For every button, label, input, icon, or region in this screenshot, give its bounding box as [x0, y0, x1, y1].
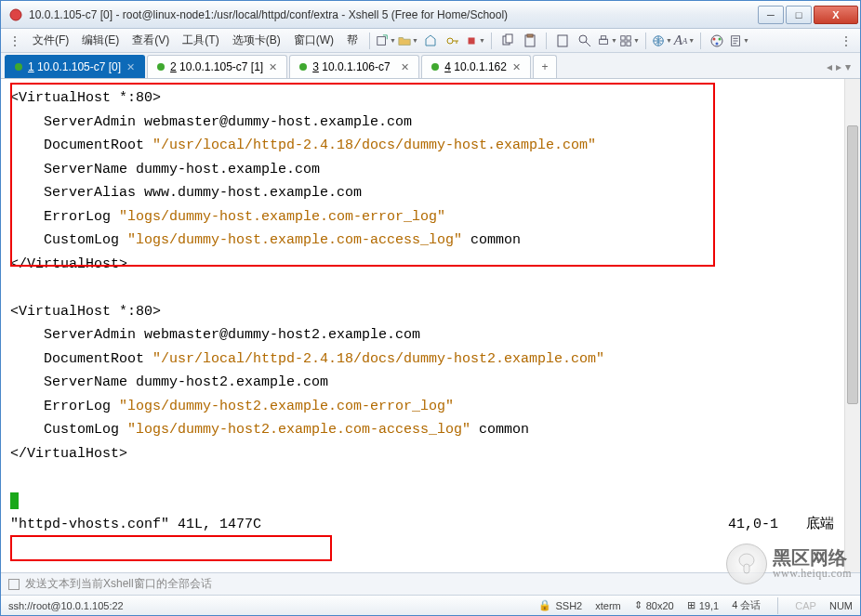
status-num: NUM — [829, 600, 853, 611]
app-icon — [8, 7, 23, 22]
tab-prev-icon[interactable]: ◂ — [827, 60, 832, 73]
tab-close-icon[interactable]: ✕ — [401, 61, 409, 73]
copy-icon[interactable] — [497, 31, 518, 51]
status-cursor-pos: ⊞ 19,1 — [687, 599, 719, 611]
menu-help[interactable]: 帮 — [341, 30, 364, 51]
tab-label: 2 10.0.1.105-c7 [1] — [170, 60, 263, 73]
tab-close-icon[interactable]: ✕ — [512, 61, 521, 73]
status-termtype: xterm — [595, 600, 621, 611]
new-tab-button[interactable]: + — [533, 55, 557, 78]
terminal[interactable]: <VirtualHost *:80> ServerAdmin webmaster… — [1, 79, 860, 572]
disconnect-icon[interactable]: ▼ — [465, 31, 485, 51]
scrollbar[interactable] — [844, 79, 860, 572]
menu-window[interactable]: 窗口(W) — [288, 30, 339, 51]
status-dot-icon — [299, 63, 307, 71]
broadcast-label: 发送文本到当前Xshell窗口的全部会话 — [25, 576, 212, 592]
status-dot-icon — [157, 63, 165, 71]
svg-rect-7 — [527, 34, 533, 37]
properties-icon[interactable] — [552, 31, 573, 51]
separator — [491, 33, 492, 49]
svg-rect-3 — [469, 37, 475, 44]
svg-point-18 — [712, 37, 715, 40]
status-cap: CAP — [795, 600, 816, 611]
app-window: 10.0.1.105-c7 [0] - root@linux-node1:/us… — [0, 0, 861, 616]
status-dot-icon — [15, 63, 22, 71]
maximize-button[interactable]: □ — [786, 6, 812, 24]
svg-rect-10 — [600, 39, 608, 44]
menu-view[interactable]: 查看(V) — [126, 30, 175, 51]
scrollbar-thumb[interactable] — [847, 125, 858, 404]
separator — [700, 33, 701, 49]
svg-point-9 — [579, 35, 587, 43]
minimize-button[interactable]: ─ — [758, 6, 784, 24]
svg-rect-1 — [378, 36, 386, 45]
separator — [777, 597, 778, 614]
status-sessions: 4 会话 — [732, 598, 761, 612]
new-session-icon[interactable]: ▼ — [376, 31, 396, 51]
svg-rect-12 — [621, 35, 625, 39]
tab-close-icon[interactable]: ✕ — [269, 61, 277, 73]
svg-point-0 — [10, 9, 21, 20]
menu-options[interactable]: 选项卡(B) — [227, 30, 286, 51]
svg-point-2 — [447, 38, 453, 44]
tab-session-3[interactable]: 3 10.0.1.106-c7 ✕ — [289, 55, 419, 78]
toolbar-overflow-icon[interactable]: ⋮ — [836, 31, 856, 51]
menu-tools[interactable]: 工具(T) — [177, 30, 224, 51]
tab-session-2[interactable]: 2 10.0.1.105-c7 [1] ✕ — [147, 55, 287, 78]
status-dot-icon — [431, 63, 439, 71]
open-icon[interactable]: ▼ — [398, 31, 418, 51]
color-icon[interactable] — [707, 31, 727, 51]
globe-icon[interactable]: ▼ — [652, 31, 672, 51]
separator — [546, 33, 547, 49]
tab-next-icon[interactable]: ▸ — [836, 60, 841, 73]
svg-rect-5 — [506, 34, 512, 43]
svg-point-19 — [718, 37, 721, 40]
tab-label: 3 10.0.1.106-c7 — [312, 60, 390, 73]
script-icon[interactable]: ▼ — [729, 31, 749, 51]
svg-rect-14 — [621, 41, 625, 45]
reconnect-icon[interactable] — [420, 31, 441, 51]
tab-label: 4 10.0.1.162 — [444, 60, 507, 73]
svg-rect-13 — [627, 35, 630, 39]
close-button[interactable]: X — [814, 6, 858, 24]
menu-edit[interactable]: 编辑(E) — [76, 30, 125, 51]
tab-list-icon[interactable]: ▾ — [845, 60, 851, 73]
svg-rect-8 — [558, 35, 567, 46]
paste-icon[interactable] — [520, 31, 540, 51]
find-icon[interactable] — [575, 31, 595, 51]
separator — [645, 33, 646, 49]
svg-point-20 — [715, 42, 718, 45]
key-icon[interactable] — [443, 31, 463, 51]
tab-session-4[interactable]: 4 10.0.1.162 ✕ — [421, 55, 531, 78]
status-connection: ssh://root@10.0.1.105:22 — [8, 600, 124, 611]
status-protocol: 🔒SSH2 — [538, 599, 582, 611]
terminal-content: <VirtualHost *:80> ServerAdmin webmaster… — [10, 86, 851, 537]
print-icon[interactable]: ▼ — [597, 31, 617, 51]
svg-rect-11 — [601, 35, 605, 39]
tile-icon[interactable]: ▼ — [619, 31, 640, 51]
tab-nav: ◂ ▸ ▾ — [827, 55, 856, 78]
font-icon[interactable]: AA▼ — [674, 31, 695, 51]
window-controls: ─ □ X — [756, 6, 858, 24]
broadcast-bar: 发送文本到当前Xshell窗口的全部会话 — [1, 572, 860, 595]
menu-expand-icon[interactable]: ⋮ — [5, 31, 25, 51]
cursor — [10, 492, 19, 509]
status-size: ⇕ 80x20 — [634, 599, 674, 611]
tab-label: 1 10.0.1.105-c7 [0] — [28, 60, 121, 73]
menubar: ⋮ 文件(F) 编辑(E) 查看(V) 工具(T) 选项卡(B) 窗口(W) 帮… — [1, 29, 860, 53]
titlebar[interactable]: 10.0.1.105-c7 [0] - root@linux-node1:/us… — [1, 1, 860, 29]
tab-session-1[interactable]: 1 10.0.1.105-c7 [0] ✕ — [5, 55, 145, 78]
window-title: 10.0.1.105-c7 [0] - root@linux-node1:/us… — [29, 8, 756, 21]
tabbar: 1 10.0.1.105-c7 [0] ✕ 2 10.0.1.105-c7 [1… — [1, 53, 860, 79]
menu-file[interactable]: 文件(F) — [27, 30, 74, 51]
lock-icon: 🔒 — [538, 599, 551, 611]
separator — [369, 33, 370, 49]
tab-close-icon[interactable]: ✕ — [126, 61, 135, 73]
statusbar: ssh://root@10.0.1.105:22 🔒SSH2 xterm ⇕ 8… — [1, 595, 860, 615]
svg-rect-15 — [627, 41, 630, 45]
annotation-box — [10, 535, 332, 561]
broadcast-checkbox[interactable] — [8, 579, 20, 590]
